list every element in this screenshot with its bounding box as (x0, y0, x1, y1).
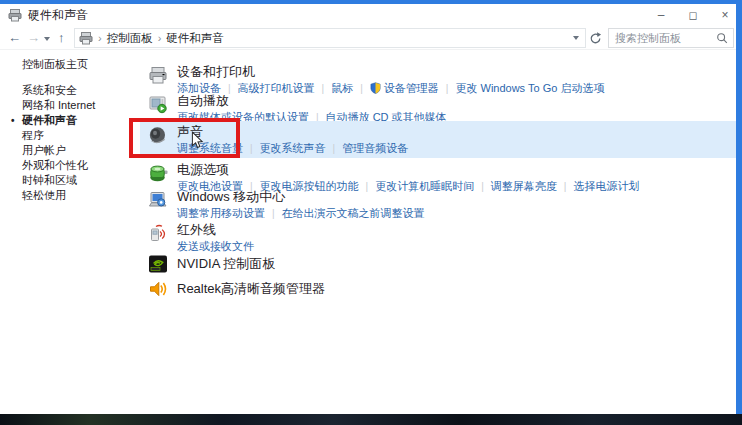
close-icon[interactable]: × (718, 4, 732, 26)
section-title[interactable]: 红外线 (177, 223, 254, 237)
task-link-label: 更改系统声音 (260, 142, 326, 154)
back-button[interactable]: ← (8, 29, 21, 47)
sidebar-item-label: 时钟和区域 (22, 174, 77, 186)
sidebar-item-label: 用户帐户 (22, 144, 66, 156)
sidebar-item[interactable]: 程序 (0, 128, 140, 143)
sidebar-item[interactable]: 系统和安全 (0, 83, 140, 98)
forward-button[interactable]: → (27, 29, 40, 47)
realtek-icon (148, 279, 168, 299)
section-title[interactable]: NVIDIA 控制面板 (177, 257, 275, 271)
navigation-toolbar: ← → ↑ › 控制面板 › 硬件和声音 (0, 26, 736, 50)
minimize-icon[interactable]: – (654, 4, 668, 26)
address-bar[interactable]: › 控制面板 › 硬件和声音 (74, 28, 586, 48)
section-windows-mobility-center: Windows 移动中心调整常用移动设置|在给出演示文稿之前调整设置 (140, 187, 736, 217)
sidebar-item[interactable]: 网络和 Internet (0, 98, 140, 113)
sidebar-item[interactable]: •硬件和声音 (0, 113, 140, 128)
sidebar-item-label: 轻松使用 (22, 189, 66, 201)
section-nvidia-control-panel: NVIDIA 控制面板 (140, 253, 736, 275)
task-link[interactable]: 调整系统音量 (177, 142, 243, 154)
history-dropdown-icon[interactable] (44, 37, 50, 41)
section-title[interactable]: 电源选项 (177, 163, 639, 177)
task-link[interactable]: 发送或接收文件 (177, 240, 254, 252)
control-panel-icon (8, 8, 22, 22)
infrared-icon (148, 223, 168, 243)
task-link-label: 调整常用移动设置 (177, 207, 265, 219)
section-infrared: 红外线发送或接收文件 (140, 220, 736, 250)
link-separator: | (272, 208, 275, 219)
section-title[interactable]: 设备和打印机 (177, 65, 604, 79)
task-link-label: 管理音频设备 (342, 142, 408, 154)
sidebar-item[interactable]: 时钟和区域 (0, 173, 140, 188)
task-link-label: 调整系统音量 (177, 142, 243, 154)
section-power-options: 电源选项更改电池设置|更改电源按钮的功能|更改计算机睡眠时间|调整屏幕亮度|选择… (140, 160, 736, 190)
sidebar-item-control-panel-home[interactable]: 控制面板主页 (22, 57, 140, 71)
search-icon[interactable] (716, 32, 728, 44)
sidebar: 控制面板主页 系统和安全网络和 Internet•硬件和声音程序用户帐户外观和个… (0, 50, 140, 414)
mobility-icon (148, 190, 168, 210)
power-icon (148, 163, 168, 183)
section-title[interactable]: 声音 (177, 125, 408, 139)
sidebar-item-label: 硬件和声音 (22, 114, 77, 126)
section-title[interactable]: Windows 移动中心 (177, 190, 425, 204)
window-title: 硬件和声音 (28, 7, 88, 24)
nvidia-icon (148, 254, 168, 274)
address-dropdown-icon[interactable] (573, 36, 579, 40)
task-link-label: 在给出演示文稿之前调整设置 (282, 207, 425, 219)
autoplay-icon (148, 94, 168, 114)
sidebar-item-label: 网络和 Internet (22, 99, 95, 111)
title-bar: 硬件和声音 – ◻ × (0, 4, 736, 26)
up-button[interactable]: ↑ (58, 29, 65, 47)
section-task-links: 发送或接收文件 (177, 240, 254, 252)
task-link[interactable]: 更改系统声音 (260, 142, 326, 154)
section-sound: 声音调整系统音量|更改系统声音|管理音频设备 (140, 121, 736, 158)
content-area: 控制面板主页 系统和安全网络和 Internet•硬件和声音程序用户帐户外观和个… (0, 50, 736, 414)
section-title[interactable]: Realtek高清晰音频管理器 (177, 282, 325, 296)
active-bullet-icon: • (11, 113, 15, 128)
sidebar-nav: 系统和安全网络和 Internet•硬件和声音程序用户帐户外观和个性化时钟和区域… (0, 83, 140, 203)
task-link[interactable]: 在给出演示文稿之前调整设置 (282, 207, 425, 219)
sidebar-item-label: 外观和个性化 (22, 159, 88, 171)
maximize-icon[interactable]: ◻ (686, 4, 700, 26)
refresh-icon[interactable] (589, 32, 602, 45)
window-controls: – ◻ × (636, 4, 732, 26)
section-realtek-audio-manager: Realtek高清晰音频管理器 (140, 278, 736, 300)
task-link[interactable]: 管理音频设备 (342, 142, 408, 154)
breadcrumb-hardware-and-sound[interactable]: 硬件和声音 (166, 31, 224, 46)
main-sections: 设备和打印机添加设备|高级打印机设置|鼠标|设备管理器|更改 Windows T… (140, 50, 736, 414)
section-devices-and-printers: 设备和打印机添加设备|高级打印机设置|鼠标|设备管理器|更改 Windows T… (140, 62, 736, 92)
desktop-background-strip (0, 414, 742, 425)
section-task-links: 调整系统音量|更改系统声音|管理音频设备 (177, 142, 408, 154)
sidebar-item[interactable]: 外观和个性化 (0, 158, 140, 173)
section-task-links: 调整常用移动设置|在给出演示文稿之前调整设置 (177, 207, 425, 219)
control-panel-window: 硬件和声音 – ◻ × ← → ↑ › 控制面板 › 硬件和声音 (0, 4, 736, 414)
sidebar-item[interactable]: 轻松使用 (0, 188, 140, 203)
printer-icon (148, 65, 168, 85)
sidebar-item-label: 系统和安全 (22, 84, 77, 96)
task-link-label: 发送或接收文件 (177, 240, 254, 252)
section-autoplay: 自动播放更改媒体或设备的默认设置|自动播放 CD 或其他媒体 (140, 91, 736, 121)
sidebar-item-label: 程序 (22, 129, 44, 141)
link-separator: | (333, 143, 336, 154)
breadcrumb-separator: › (98, 32, 102, 44)
link-separator: | (250, 143, 253, 154)
sidebar-item[interactable]: 用户帐户 (0, 143, 140, 158)
search-input[interactable] (615, 32, 716, 44)
breadcrumb-separator: › (158, 32, 162, 44)
breadcrumb-control-panel[interactable]: 控制面板 (107, 31, 153, 46)
speaker-icon (148, 125, 168, 145)
section-title[interactable]: 自动播放 (177, 94, 447, 108)
breadcrumb-category-icon (79, 31, 93, 45)
search-box (608, 28, 734, 48)
task-link[interactable]: 调整常用移动设置 (177, 207, 265, 219)
